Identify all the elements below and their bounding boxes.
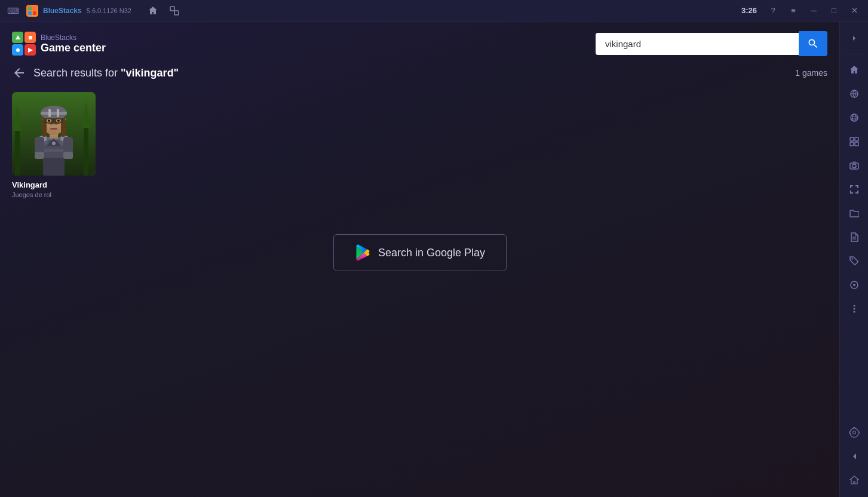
- svg-rect-43: [35, 152, 44, 159]
- game-title: Vikingard: [12, 180, 96, 189]
- svg-point-61: [853, 308, 855, 310]
- google-play-button[interactable]: Search in Google Play: [333, 234, 507, 271]
- search-input[interactable]: [596, 33, 799, 55]
- game-thumbnail-image: [12, 92, 96, 176]
- google-play-section: Search in Google Play: [12, 234, 827, 271]
- svg-point-8: [16, 48, 20, 52]
- home-nav-button[interactable]: [146, 4, 160, 18]
- titlebar-nav: [146, 4, 182, 18]
- titlebar-brand: BlueStacks: [43, 7, 82, 15]
- sidebar-resize-button[interactable]: [844, 179, 865, 200]
- sidebar-folder-button[interactable]: [844, 203, 865, 224]
- help-button[interactable]: ?: [764, 4, 782, 18]
- keyboard-icon[interactable]: ⌨: [5, 4, 22, 18]
- page-content: Search results for "vikingard" 1 games: [0, 66, 839, 497]
- page-title: Search results for "vikingard": [33, 67, 179, 79]
- header-left: BlueStacks Game center: [12, 32, 106, 56]
- sidebar-tag-button[interactable]: [844, 250, 865, 272]
- svg-rect-30: [48, 109, 51, 117]
- svg-rect-31: [57, 109, 59, 117]
- google-play-button-label: Search in Google Play: [378, 247, 485, 259]
- sidebar-expand-button[interactable]: [844, 27, 865, 49]
- sidebar-settings-button[interactable]: [844, 422, 865, 443]
- game-genre: Juegos de rol: [12, 191, 96, 198]
- sidebar-camera-button[interactable]: [844, 155, 865, 176]
- svg-rect-50: [855, 137, 858, 141]
- header: BlueStacks Game center: [0, 22, 839, 66]
- svg-point-54: [852, 164, 856, 168]
- svg-rect-11: [15, 128, 20, 176]
- svg-rect-13: [84, 125, 88, 176]
- svg-point-36: [57, 119, 60, 122]
- titlebar-version: 5.6.0.1126 N32: [87, 7, 131, 14]
- logo-cell-green: [12, 32, 23, 43]
- header-brand-text: BlueStacks Game center: [41, 33, 106, 54]
- svg-point-48: [852, 114, 856, 121]
- minimize-button[interactable]: ─: [805, 4, 823, 18]
- svg-rect-51: [850, 142, 854, 146]
- svg-marker-6: [16, 35, 20, 39]
- svg-point-62: [853, 311, 855, 313]
- logo-cell-red: [24, 44, 36, 56]
- logo-cell-orange: [24, 32, 36, 43]
- svg-point-35: [48, 119, 50, 122]
- svg-point-47: [851, 114, 858, 121]
- close-button[interactable]: ✕: [845, 4, 863, 18]
- brand-product: Game center: [41, 42, 106, 54]
- brand-name: BlueStacks: [41, 33, 106, 42]
- titlebar-right: 3:26 ? ≡ ─ □ ✕: [741, 4, 863, 18]
- svg-rect-7: [29, 36, 32, 39]
- search-box: [596, 31, 827, 56]
- game-grid: Vikingard Juegos de rol: [12, 92, 827, 198]
- svg-point-57: [851, 258, 852, 259]
- svg-rect-45: [43, 158, 65, 176]
- titlebar: ⌨ BlueStacks 5.6.0.1126 N32: [0, 0, 868, 22]
- svg-rect-2: [28, 11, 32, 15]
- sidebar-grid-button[interactable]: [844, 131, 865, 152]
- maximize-button[interactable]: □: [825, 4, 843, 18]
- main-area: BlueStacks Game center: [0, 22, 868, 497]
- search-button[interactable]: [799, 31, 827, 56]
- svg-rect-44: [63, 152, 73, 159]
- logo-icon-grid: [12, 32, 36, 56]
- back-button[interactable]: [12, 66, 26, 80]
- svg-rect-5: [174, 11, 179, 15]
- svg-rect-0: [28, 7, 32, 10]
- sidebar-circle-button[interactable]: [844, 274, 865, 296]
- sidebar-house-button[interactable]: [844, 470, 865, 491]
- svg-rect-29: [41, 112, 67, 115]
- sidebar-dots-button[interactable]: [844, 298, 865, 320]
- right-sidebar: [839, 22, 868, 497]
- svg-rect-52: [855, 142, 858, 146]
- sidebar-home-button[interactable]: [844, 59, 865, 81]
- header-logo: BlueStacks Game center: [12, 32, 106, 56]
- svg-rect-49: [850, 137, 854, 141]
- svg-marker-9: [28, 48, 33, 53]
- games-count: 1 games: [795, 68, 827, 78]
- sidebar-globe2-button[interactable]: [844, 107, 865, 128]
- svg-rect-18: [43, 149, 65, 152]
- content: BlueStacks Game center: [0, 22, 839, 497]
- svg-rect-3: [33, 11, 36, 15]
- sidebar-divider-1: [845, 54, 864, 54]
- svg-point-40: [52, 142, 56, 145]
- page-title-row: Search results for "vikingard" 1 games: [12, 66, 827, 80]
- svg-rect-38: [50, 128, 57, 130]
- multi-instance-button[interactable]: [167, 4, 182, 18]
- google-play-icon: [354, 244, 371, 261]
- sidebar-file-button[interactable]: [844, 226, 865, 248]
- time-display: 3:26: [741, 6, 757, 15]
- svg-point-59: [853, 284, 855, 286]
- game-thumbnail: [12, 92, 96, 176]
- titlebar-left: ⌨ BlueStacks 5.6.0.1126 N32: [5, 4, 741, 18]
- svg-point-37: [52, 124, 56, 126]
- game-card[interactable]: Vikingard Juegos de rol: [12, 92, 96, 198]
- svg-rect-4: [170, 7, 174, 11]
- sidebar-arrow-button[interactable]: [844, 446, 865, 467]
- logo-cell-blue: [12, 44, 23, 56]
- svg-rect-1: [33, 7, 36, 10]
- sidebar-globe-button[interactable]: [844, 83, 865, 105]
- bluestacks-logo: [26, 5, 38, 17]
- svg-point-60: [853, 305, 855, 307]
- menu-button[interactable]: ≡: [784, 4, 802, 18]
